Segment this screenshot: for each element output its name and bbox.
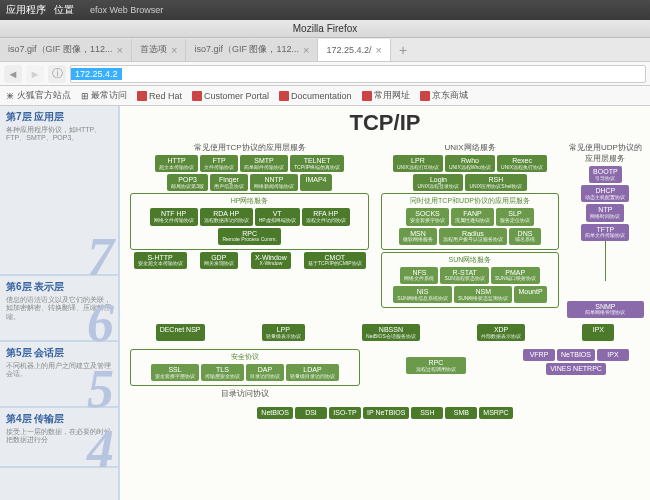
protocol-box: FTP文件传输协议 bbox=[200, 155, 238, 172]
close-icon[interactable]: × bbox=[375, 44, 381, 56]
protocol-box: R-STATSUN远程状态协议 bbox=[440, 267, 489, 284]
rpc-box: RPC远程过程调用协议 bbox=[406, 357, 466, 374]
protocol-box: PMAPSUN端口映射协议 bbox=[491, 267, 540, 284]
protocol-box: LPRUNIX远程打印协议 bbox=[393, 155, 443, 172]
security-group: 安全协议 SSL安全套接字层协议TLS传输层安全协议DAP目录访问协议LDAP轻… bbox=[130, 349, 360, 386]
diagram-title: TCP/IP bbox=[120, 106, 650, 140]
protocol-box: IPX bbox=[597, 349, 629, 361]
browser-tab[interactable]: iso7.gif（GIF 图像，112...× bbox=[186, 39, 318, 61]
protocol-box: SMB bbox=[445, 407, 477, 419]
url-text: 172.25.4.2 bbox=[71, 68, 122, 80]
protocol-box: DNS域名系统 bbox=[509, 228, 541, 245]
close-icon[interactable]: × bbox=[117, 44, 123, 56]
protocol-box: RFA HP远程文件访问协议 bbox=[302, 208, 350, 225]
tcpudp-group: 同时使用TCP和UDP协议的应用层服务 SOCKS安全套接字协议FANP流属性通… bbox=[381, 193, 558, 249]
bookmark-icon bbox=[137, 91, 147, 101]
window-titlebar: Mozilla Firefox bbox=[0, 20, 650, 38]
osi-layer: 第4层 传输层接受上一层的数据，在必要的时候把数据进行分4 bbox=[0, 408, 118, 468]
protocol-box: VINES NETRPC bbox=[546, 363, 606, 375]
osi-layer: 第7层 应用层各种应用程序协议，如HTTP、FTP、SMTP、POP3。7 bbox=[0, 106, 118, 276]
url-input[interactable]: 172.25.4.2 bbox=[70, 65, 646, 83]
protocol-box: DECnet NSP bbox=[156, 324, 205, 341]
protocol-box: SSH bbox=[411, 407, 443, 419]
protocol-box: BOOTP引导协议 bbox=[589, 166, 622, 183]
url-toolbar: ◄ ► ⓘ 172.25.4.2 bbox=[0, 62, 650, 86]
bookmark-item[interactable]: ⊞最常访问 bbox=[81, 89, 127, 102]
protocol-box: SMTP简单邮件传输协议 bbox=[240, 155, 288, 172]
protocol-box: HTTP超文本传输协议 bbox=[155, 155, 198, 172]
close-icon[interactable]: × bbox=[171, 44, 177, 56]
protocol-box: IP NeTBIOS bbox=[363, 407, 409, 419]
protocol-box: Finger用户信息协议 bbox=[210, 174, 248, 191]
os-menubar: 应用程序 位置 efox Web Browser bbox=[0, 0, 650, 20]
protocol-box: NTF HP网络文件传输协议 bbox=[150, 208, 198, 225]
protocol-box: IMAP4 bbox=[300, 174, 332, 191]
new-tab-button[interactable]: + bbox=[391, 42, 415, 58]
protocol-box: RwhoUNIX远程Who协议 bbox=[445, 155, 495, 172]
forward-button[interactable]: ► bbox=[26, 65, 44, 83]
bookmark-item[interactable]: Red Hat bbox=[137, 89, 182, 102]
dir-label: 目录访问协议 bbox=[126, 388, 364, 399]
protocol-box: ISO-TP bbox=[329, 407, 361, 419]
sun-title: SUN网络服务 bbox=[384, 255, 555, 265]
browser-tab[interactable]: 首选项× bbox=[132, 39, 186, 61]
tab-bar: iso7.gif（GIF 图像，112...×首选项×iso7.gif（GIF … bbox=[0, 38, 650, 62]
protocol-box: SOCKS安全套接字协议 bbox=[406, 208, 449, 225]
protocol-box: MSN微软网络服务 bbox=[399, 228, 437, 245]
protocol-box: MSRPC bbox=[479, 407, 512, 419]
browser-tab[interactable]: 172.25.4.2/× bbox=[318, 39, 390, 61]
close-icon[interactable]: × bbox=[303, 44, 309, 56]
bookmark-item[interactable]: Customer Portal bbox=[192, 89, 269, 102]
osi-layers-column: 第7层 应用层各种应用程序协议，如HTTP、FTP、SMTP、POP3。7第6层… bbox=[0, 106, 120, 500]
bookmarks-bar: ⛯火狐官方站点⊞最常访问Red HatCustomer PortalDocume… bbox=[0, 86, 650, 106]
sun-group: SUN网络服务 NFS网络文件系统R-STATSUN远程状态协议PMAPSUN端… bbox=[381, 252, 558, 308]
back-button[interactable]: ◄ bbox=[4, 65, 22, 83]
bookmark-icon bbox=[362, 91, 372, 101]
protocol-box: SSL安全套接字层协议 bbox=[151, 364, 199, 381]
bookmark-icon: ⛯ bbox=[6, 91, 15, 101]
protocol-box: DAP目录访问协议 bbox=[246, 364, 284, 381]
tcpudp-title: 同时使用TCP和UDP协议的应用层服务 bbox=[384, 196, 555, 206]
protocol-box: TELNETTCP/IP终端仿真协议 bbox=[290, 155, 344, 172]
protocol-box: X-WindowX-Window bbox=[251, 252, 291, 269]
menu-apps[interactable]: 应用程序 bbox=[6, 3, 46, 17]
snmp-box: SNMP简单网络管理协议 bbox=[567, 301, 644, 318]
protocol-box: LPP轻量级表示协议 bbox=[262, 324, 305, 341]
browser-tab[interactable]: iso7.gif（GIF 图像，112...× bbox=[0, 39, 132, 61]
bookmark-item[interactable]: 京东商城 bbox=[420, 89, 468, 102]
protocol-box: NFS网络文件系统 bbox=[400, 267, 438, 284]
bookmark-icon: ⊞ bbox=[81, 91, 89, 101]
protocol-box: TFTP简单文件传输协议 bbox=[581, 224, 629, 241]
tcpip-diagram: 第7层 应用层各种应用程序协议，如HTTP、FTP、SMTP、POP3。7第6层… bbox=[0, 106, 650, 500]
protocol-box: VTHP虚拟终端协议 bbox=[255, 208, 300, 225]
titlebar-text: efox Web Browser bbox=[90, 5, 163, 15]
protocol-box: NTP网络时间协议 bbox=[586, 204, 624, 221]
protocol-box: TLS传输层安全协议 bbox=[201, 364, 244, 381]
protocol-box: DSI bbox=[295, 407, 327, 419]
protocol-box: MountP bbox=[514, 286, 546, 303]
menu-places[interactable]: 位置 bbox=[54, 3, 74, 17]
protocol-box: NISSUN网络信息系统协议 bbox=[393, 286, 452, 303]
osi-layer: 第6层 表示层信息的语法语义以及它们的关联，如加密解密、转换翻译、压缩解压缩。6 bbox=[0, 276, 118, 342]
protocol-box: RSHUNIX应用协议Shell协议 bbox=[465, 174, 526, 191]
protocol-box: S-HTTP安全超文本传输协议 bbox=[134, 252, 187, 269]
protocol-box: POP3邮局协议第3版 bbox=[167, 174, 208, 191]
window-title: Mozilla Firefox bbox=[293, 23, 357, 34]
udp-header: 常见使用UDP协议的应用层服务 bbox=[567, 142, 644, 164]
protocol-box: DHCP动态主机配置协议 bbox=[581, 185, 629, 202]
bookmark-item[interactable]: Documentation bbox=[279, 89, 352, 102]
protocol-box: Radius远程用户拨号认证服务协议 bbox=[439, 228, 507, 245]
protocol-box: XDP外部数据表示协议 bbox=[477, 324, 525, 341]
info-icon[interactable]: ⓘ bbox=[48, 65, 66, 83]
protocols-area: TCP/IP 常见使用TCP协议的应用层服务 HTTP超文本传输协议FTP文件传… bbox=[120, 106, 650, 500]
bookmark-icon bbox=[192, 91, 202, 101]
protocol-box: GDP网关发现协议 bbox=[200, 252, 238, 269]
protocol-box: NeTBIOS bbox=[557, 349, 595, 361]
bookmark-item[interactable]: ⛯火狐官方站点 bbox=[6, 89, 71, 102]
tcp-header: 常见使用TCP协议的应用层服务 bbox=[126, 142, 373, 153]
protocol-box: LoginUNIX远程登录协议 bbox=[413, 174, 463, 191]
protocol-box: NBSSNNetBIOS会话服务协议 bbox=[362, 324, 420, 341]
bookmark-item[interactable]: 常用网址 bbox=[362, 89, 410, 102]
protocol-box: RexecUNIX远程执行协议 bbox=[497, 155, 547, 172]
sec-title: 安全协议 bbox=[133, 352, 357, 362]
